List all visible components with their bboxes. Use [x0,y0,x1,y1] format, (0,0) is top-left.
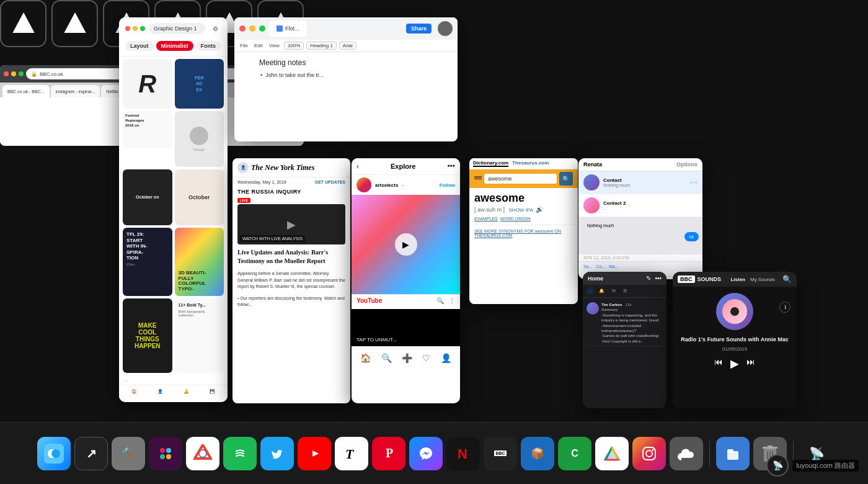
ig-nav-heart[interactable]: ♡ [422,353,430,363]
ig-nav-home[interactable]: 🏠 [360,353,371,363]
dict-show-ipa[interactable]: SHOW IPA [509,207,533,213]
dict-search-btn[interactable]: 🔍 [559,172,573,186]
ig-follow-btn[interactable]: Follow [440,182,455,188]
home-msg-item-1[interactable]: Tim Garbos 12s Summary: -Something is ha… [587,300,663,346]
pin-festival[interactable]: FestivalReparages2018 on [123,111,172,167]
pin-r[interactable]: R [123,59,172,109]
gdocs-tab[interactable]: Flot... [269,20,307,37]
dict-tab-dictionary[interactable]: Dictionary.com [473,160,508,167]
ig-play-btn[interactable]: ▶ [395,233,417,256]
minimize-btn[interactable] [11,71,16,76]
pin-dark[interactable]: October on [123,169,172,225]
dock-xcode[interactable]: 🔨 [112,437,145,470]
dict-tab-thesaurus[interactable]: Thesaurus.com [512,160,549,167]
renata-opt-1[interactable]: Se... [583,264,592,269]
pin-desc[interactable]: 11+ Bold Ty... Bold typographycollection [175,298,224,373]
pin-silhouette[interactable]: Design [175,111,224,167]
renata-opt-3[interactable]: Ma... [609,264,619,269]
nav-search[interactable]: 👤 [157,389,163,394]
dock-ccleaner[interactable]: C [558,437,591,470]
bbc-play-btn[interactable]: ▶ [730,357,739,370]
filter-button[interactable]: ⚙ [209,22,221,35]
dock-instagram[interactable] [632,437,666,470]
zoom-dropdown[interactable]: 100% [284,42,304,50]
nyt-video-thumb[interactable]: ▶ WATCH WITH LIVE ANALYSIS [237,204,345,244]
home-edit-icon[interactable]: ✎ [646,275,651,282]
tab-layout[interactable]: Layout [125,41,154,51]
dict-search-input[interactable]: awesome [484,174,557,184]
toolbar-file[interactable]: File [238,42,250,49]
maximize-btn[interactable] [19,71,24,76]
pin-make[interactable]: MAKECOOLTHINGSHAPPEN [123,298,172,373]
gdocs-close[interactable] [239,25,246,32]
toolbar-edit[interactable]: Edit [252,42,265,49]
dock-chrome[interactable] [186,437,219,470]
nav-notifications[interactable]: 🔔 [184,389,189,394]
close-btn[interactable] [4,71,9,76]
browser-tab-instagram[interactable]: instagram - espirar... [51,85,100,97]
dock-icloud[interactable] [670,437,703,470]
arrow-icon-2[interactable] [51,0,98,47]
arrow-icon-1[interactable] [0,0,46,47]
dict-link-examples[interactable]: EXAMPLES [474,217,498,221]
home-more-icon[interactable]: ••• [655,275,662,282]
dock-twitter[interactable] [260,437,294,470]
home-tab-home[interactable]: ⌂ [587,287,594,295]
dock-deliveries[interactable]: 📦 [521,437,554,470]
pin-colorful[interactable]: 3D Beauti-fully ColorfulTypo- [175,228,224,296]
tab-fonts[interactable]: Fonts [196,41,221,51]
close-dot[interactable] [125,26,130,31]
ig-more-btn[interactable]: ••• [447,162,455,171]
dock-files[interactable] [716,437,750,470]
toolbar-view[interactable]: View [267,42,281,49]
dict-speaker-icon[interactable]: 🔊 [536,206,543,213]
dock-gdrive[interactable] [595,437,629,470]
renata-opt-2[interactable]: Co... [596,264,605,269]
dock-nyt[interactable]: T [335,437,368,470]
bbc-next-btn[interactable]: ⏭ [746,357,755,370]
ig-yt-search[interactable]: 🔍 [436,297,444,304]
bbc-nav-listen[interactable]: Listen [730,277,745,282]
pin-october[interactable]: October [175,169,224,225]
bbc-prev-btn[interactable]: ⏮ [714,357,723,370]
browser-tab-bbc[interactable]: BBC.co.uk - BBC... [2,85,50,97]
dock-messenger[interactable] [409,437,443,470]
renata-contact-1[interactable]: Contact Nothing much 2:40 [578,171,702,194]
gdocs-max[interactable] [259,25,265,32]
gdocs-min[interactable] [249,25,255,32]
dock-youtube[interactable] [298,437,331,470]
dock-spotify[interactable] [223,437,257,470]
home-tab-mail[interactable]: ✉ [609,287,618,295]
pin-tfl[interactable]: TFL 29:STARTWITH IN-SPIRA-TION (Coor... [123,228,172,296]
home-tab-menu[interactable]: ☰ [621,287,629,295]
dock-slack[interactable] [149,437,182,470]
renata-contact-2[interactable]: Contact 2 ... [578,194,702,217]
ig-nav-search[interactable]: 🔍 [381,353,392,363]
heading-dropdown[interactable]: Heading 1 [306,42,336,50]
ig-back-btn[interactable]: ‹ [356,162,359,171]
pinterest-search[interactable]: Graphic Design 1 [149,23,205,34]
bbc-nav-my-sounds[interactable]: My Sounds [750,277,775,282]
home-tab-bell[interactable]: 🔔 [596,287,607,295]
tab-minimalist[interactable]: Minimalist [156,41,193,51]
dock-pinterest[interactable]: P [372,437,405,470]
nav-home[interactable]: 🏠 [131,389,137,394]
ig-yt-thumb[interactable]: TAP TO UNMUT... [352,309,460,346]
nyt-get-updates[interactable]: GET UPDATES [315,180,345,184]
dock-bbc[interactable]: BBC [484,437,517,470]
dock-cursor-app[interactable]: ↗ [74,437,108,470]
min-dot[interactable] [133,26,138,31]
font-dropdown[interactable]: Arial [339,42,356,50]
gdocs-share-btn[interactable]: Share [406,24,432,34]
ig-nav-add[interactable]: ➕ [402,353,412,363]
ig-yt-more[interactable]: ⋮ [449,297,455,304]
pin-blue[interactable]: PERAGES [175,59,224,109]
bbc-search-icon[interactable]: 🔍 [782,275,792,284]
bbc-info-btn[interactable]: ℹ [779,302,790,313]
nav-saved[interactable]: 💾 [210,389,215,394]
dict-link-origin[interactable]: WORD ORIGIN [500,217,531,221]
dock-netflix[interactable]: N [446,437,480,470]
dock-finder[interactable] [37,437,71,470]
dict-more-synonyms[interactable]: SEE MORE SYNONYMS FOR awesome ON THESAUR… [469,228,578,239]
ig-nav-profile[interactable]: 👤 [441,353,451,363]
